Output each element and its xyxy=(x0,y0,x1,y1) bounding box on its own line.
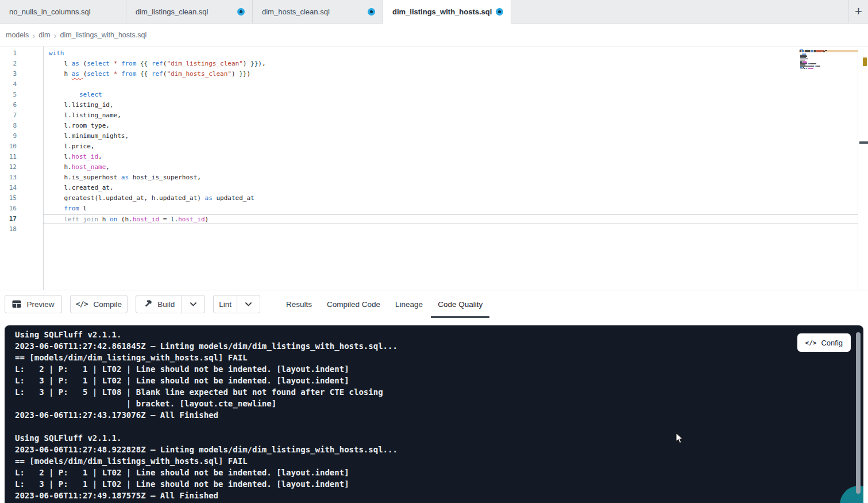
code-token: {{ xyxy=(140,70,148,78)
code-line-content: select xyxy=(43,90,858,100)
panel-tab-code-quality[interactable]: Code Quality xyxy=(431,290,489,318)
unsaved-changes-icon xyxy=(237,8,245,16)
code-line[interactable]: 13 h.is_superhost as host_is_superhost, xyxy=(0,172,858,183)
code-token: as xyxy=(205,194,213,202)
code-token xyxy=(148,60,152,67)
code-line[interactable]: 7 l.listing_name, xyxy=(0,110,858,121)
code-token xyxy=(117,60,121,67)
code-line-content: with xyxy=(43,48,858,59)
code-token xyxy=(110,70,114,78)
breadcrumb-item[interactable]: dim xyxy=(38,31,50,39)
code-token xyxy=(136,60,140,67)
line-number: 18 xyxy=(0,224,43,235)
code-token: select xyxy=(87,70,110,78)
line-number: 3 xyxy=(0,69,43,79)
code-token: {{ xyxy=(140,60,148,67)
code-token: host_id xyxy=(178,216,205,223)
breadcrumb-item[interactable]: dim_listings_with_hosts.sql xyxy=(60,31,146,39)
code-token: (h. xyxy=(117,216,133,223)
unsaved-changes-icon xyxy=(496,8,503,16)
code-token: = l. xyxy=(159,216,178,223)
code-token: select xyxy=(79,91,102,98)
code-token: host_is_superhost, xyxy=(129,174,201,181)
breadcrumb-item[interactable]: models xyxy=(6,31,29,39)
terminal-output: Using SQLFluff v2.1.1. 2023-06-06T11:27:… xyxy=(15,329,398,501)
code-line[interactable]: 15 greatest(l.updated_at, h.updated_at) … xyxy=(0,193,858,203)
lint-button[interactable]: Lint xyxy=(214,295,237,313)
code-token: "dim_listings_clean" xyxy=(167,60,242,67)
tab-dim_listings_with_hosts.sql[interactable]: dim_listings_with_hosts.sql xyxy=(383,0,511,24)
tab-label: dim_listings_clean.sql xyxy=(136,7,208,16)
code-line-content: l.listing_name, xyxy=(43,110,858,121)
build-dropdown-button[interactable] xyxy=(182,295,205,313)
preview-label: Preview xyxy=(26,300,54,309)
code-token: l.room_type, xyxy=(49,122,110,129)
line-number: 8 xyxy=(0,121,43,131)
minimap[interactable] xyxy=(798,48,840,71)
code-token xyxy=(117,70,121,78)
panel-tab-lineage[interactable]: Lineage xyxy=(388,290,430,318)
code-token: l.minimum_nights, xyxy=(49,132,129,140)
code-line[interactable]: 16 from l xyxy=(0,203,858,214)
code-token: l. xyxy=(49,153,72,160)
code-line-content: l.minimum_nights, xyxy=(43,131,858,141)
code-token: host_id xyxy=(72,153,98,160)
code-line-content: l.created_at, xyxy=(43,183,858,193)
code-line[interactable]: 3 h as (select * from {{ ref("dim_hosts_… xyxy=(0,69,858,79)
code-token: updated_at xyxy=(213,194,254,202)
lint-button-group: Lint xyxy=(213,295,260,313)
code-token: as xyxy=(121,174,129,181)
code-line[interactable]: 5 select xyxy=(0,90,858,100)
compile-button[interactable]: </> Compile xyxy=(70,295,128,313)
code-line[interactable]: 9 l.minimum_nights, xyxy=(0,131,858,141)
line-number: 6 xyxy=(0,100,43,110)
lint-warning-marker[interactable] xyxy=(863,57,867,66)
code-line[interactable]: 12 h.host_name, xyxy=(0,162,858,172)
code-token: l xyxy=(49,60,72,67)
code-token: host_id xyxy=(133,216,159,223)
config-button[interactable]: </> Config xyxy=(797,333,851,352)
code-line[interactable]: 2 l as (select * from {{ ref("dim_listin… xyxy=(0,59,858,69)
code-line-content xyxy=(43,79,858,90)
unsaved-changes-icon xyxy=(368,8,375,16)
code-line[interactable]: 8 l.room_type, xyxy=(0,121,858,131)
code-line[interactable]: 1with xyxy=(0,48,858,59)
tab-dim_listings_clean.sql[interactable]: dim_listings_clean.sql xyxy=(126,0,253,23)
code-line[interactable]: 14 l.created_at, xyxy=(0,183,858,193)
code-line-content: l as (select * from {{ ref("dim_listings… xyxy=(43,59,858,69)
code-line[interactable]: 11 l.host_id, xyxy=(0,152,858,162)
line-number: 10 xyxy=(0,141,43,152)
code-token xyxy=(79,70,83,78)
code-token: l xyxy=(79,205,87,212)
code-token xyxy=(148,70,152,78)
code-editor[interactable]: 1with2 l as (select * from {{ ref("dim_l… xyxy=(0,47,868,290)
code-token: , xyxy=(106,163,110,171)
code-line-content: h as (select * from {{ ref("dim_hosts_cl… xyxy=(43,69,858,79)
preview-button[interactable]: Preview xyxy=(5,295,62,313)
panel-tab-compiled-code[interactable]: Compiled Code xyxy=(320,290,387,318)
terminal-scrollbar[interactable] xyxy=(856,332,861,494)
code-token: l.created_at, xyxy=(49,184,114,191)
code-line[interactable]: 10 l.price, xyxy=(0,141,858,152)
code-line-content: greatest(l.updated_at, h.updated_at) as … xyxy=(43,193,858,203)
code-token: l.listing_id, xyxy=(49,101,114,109)
code-line[interactable]: 6 l.listing_id, xyxy=(0,100,858,110)
panel-tab-results[interactable]: Results xyxy=(279,290,319,318)
line-number: 15 xyxy=(0,193,43,203)
lint-dropdown-button[interactable] xyxy=(237,295,260,313)
tab-no_nulls_in_columns.sql[interactable]: no_nulls_in_columns.sql xyxy=(0,0,126,23)
bottom-toolbar: Preview </> Compile Build Lint xyxy=(0,290,868,318)
code-line[interactable]: 17 left join h on (h.host_id = l.host_id… xyxy=(0,214,858,224)
code-token: ) xyxy=(232,70,239,78)
chevron-down-icon xyxy=(190,302,196,306)
build-button[interactable]: Build xyxy=(136,295,182,313)
lint-output-terminal: Using SQLFluff v2.1.1. 2023-06-06T11:27:… xyxy=(5,325,863,503)
tab-dim_hosts_clean.sql[interactable]: dim_hosts_clean.sql xyxy=(253,0,383,23)
code-line-content: l.listing_id, xyxy=(43,100,858,110)
code-line[interactable]: 4 xyxy=(0,79,858,90)
code-token: as xyxy=(72,70,79,78)
tab-label: dim_hosts_clean.sql xyxy=(262,7,330,16)
code-line[interactable]: 18 xyxy=(0,224,858,235)
new-tab-button[interactable]: + xyxy=(855,5,862,18)
code-token: select xyxy=(87,60,110,67)
